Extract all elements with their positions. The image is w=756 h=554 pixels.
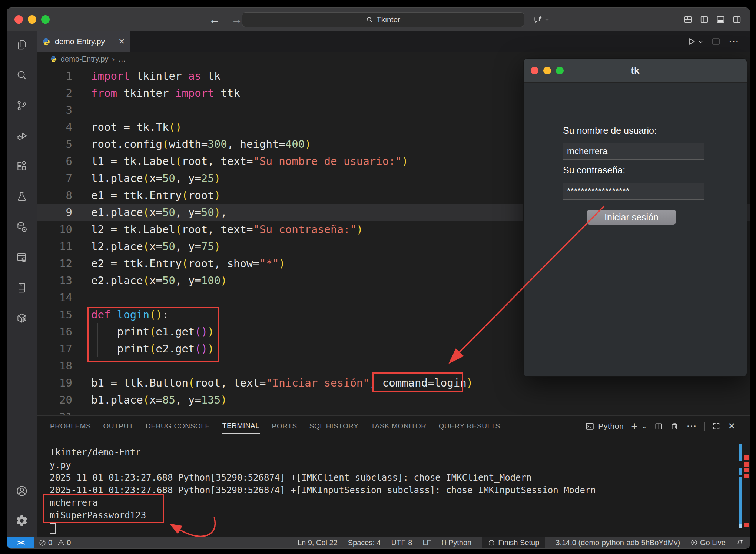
search-icon[interactable]	[16, 69, 28, 81]
extensions-icon[interactable]	[16, 160, 28, 172]
panel-tab-output[interactable]: OUTPUT	[103, 419, 133, 433]
package-icon[interactable]	[16, 312, 28, 324]
terminal-line-6: miSuperPassword123	[50, 509, 596, 522]
zoom-window-button[interactable]	[41, 15, 50, 24]
language-mode[interactable]: { } Python	[442, 538, 471, 547]
finish-setup-button[interactable]: Finish Setup	[482, 537, 545, 548]
line-number: 10	[37, 221, 74, 238]
code-text: def login():	[91, 306, 169, 323]
forward-button[interactable]: →	[231, 13, 242, 26]
code-text: from tkinter import ttk	[91, 84, 240, 102]
code-line-20[interactable]: 20b1.place(x=85, y=135)	[37, 391, 750, 408]
login-button[interactable]: Iniciar sesión	[587, 210, 676, 225]
terminal-profile-chevron-icon[interactable]: ⌄	[641, 422, 647, 430]
account-icon[interactable]	[16, 485, 28, 497]
code-text: b1 = ttk.Button(root, text="Iniciar sesi…	[91, 374, 473, 391]
breadcrumb-more[interactable]: …	[118, 55, 126, 63]
panel-tab-ports[interactable]: PORTS	[272, 419, 297, 433]
remote-indicator[interactable]: ><	[7, 537, 34, 548]
code-text: b1.place(x=85, y=135)	[91, 391, 227, 408]
panel-tab-task-monitor[interactable]: TASK MONITOR	[371, 419, 427, 433]
copilot-chat-button[interactable]	[533, 15, 550, 24]
cursor-position[interactable]: Ln 9, Col 22	[298, 538, 338, 547]
line-number: 3	[37, 102, 74, 119]
command-center-search[interactable]: Tkinter	[242, 12, 524, 27]
tk-body: Su nombre de usuario: mcherrera Su contr…	[524, 83, 747, 377]
chevron-down-icon[interactable]	[698, 39, 703, 44]
customize-layout-icon[interactable]	[683, 15, 693, 24]
line-number: 21	[37, 408, 74, 415]
panel-more-actions-icon[interactable]: ⋯	[686, 424, 697, 428]
notebook-icon[interactable]	[16, 282, 28, 294]
username-input[interactable]: mcherrera	[563, 143, 704, 160]
run-debug-icon[interactable]	[16, 130, 28, 142]
password-masked-value: ******************	[567, 186, 629, 196]
search-magnifier-icon	[366, 16, 373, 23]
braces-icon: { }	[442, 539, 446, 546]
notifications-bell[interactable]	[736, 539, 744, 547]
tab-demo-entry[interactable]: demo-Entry.py ✕	[37, 31, 130, 52]
database-run-icon[interactable]	[16, 221, 28, 233]
terminal-line-4: 2025-11-01 01:23:27.688 Python[35290:526…	[50, 484, 596, 497]
run-play-icon[interactable]	[687, 37, 696, 46]
terminal-line-1: Tkinter/demo-Entr	[50, 446, 596, 459]
panel-tab-problems[interactable]: PROBLEMS	[50, 419, 91, 433]
panel-tab-sql-history[interactable]: SQL HISTORY	[309, 419, 359, 433]
editor-more-actions-icon[interactable]: ⋯	[729, 40, 739, 43]
new-terminal-icon[interactable]: +	[631, 420, 638, 432]
chevron-down-icon	[544, 17, 550, 22]
activity-bar	[7, 31, 37, 537]
encoding[interactable]: UTF-8	[391, 538, 412, 547]
code-text: print(e2.get())	[91, 340, 214, 357]
minimize-window-button[interactable]	[28, 15, 36, 24]
expand-panel-icon[interactable]	[712, 422, 720, 430]
problems-status[interactable]: 0 0	[39, 538, 71, 547]
octoface-icon	[488, 539, 495, 546]
code-text: import tkinter as tk	[91, 67, 220, 84]
password-input[interactable]: ******************	[563, 183, 704, 200]
database-window-icon[interactable]	[16, 252, 28, 263]
terminal-profile-label[interactable]: Python	[598, 422, 624, 431]
error-icon	[39, 539, 46, 546]
panel-tab-debug-console[interactable]: DEBUG CONSOLE	[146, 419, 210, 433]
terminal-cursor	[50, 523, 56, 534]
code-text: e2 = ttk.Entry(root, show="*")	[91, 255, 285, 272]
terminal-output[interactable]: Tkinter/demo-Entry.py2025-11-01 01:23:27…	[37, 437, 750, 537]
breadcrumb-file[interactable]: demo-Entry.py	[61, 55, 109, 63]
toggle-sidebar-icon[interactable]	[700, 15, 709, 24]
panel-tab-query-results[interactable]: QUERY RESULTS	[439, 419, 500, 433]
code-text: e1.place(x=50, y=50),	[91, 204, 227, 221]
line-number: 15	[37, 306, 74, 323]
testing-icon[interactable]	[16, 191, 28, 203]
python-file-icon	[42, 37, 50, 46]
line-number: 6	[37, 153, 74, 170]
python-interpreter[interactable]: 3.14.0 (demo-python-adb-5hBoYdMv)	[556, 538, 680, 547]
tk-window-title: tk	[524, 65, 747, 76]
split-terminal-icon[interactable]	[654, 422, 663, 431]
tab-close-icon[interactable]: ✕	[118, 37, 125, 46]
code-line-21[interactable]: 21	[37, 408, 750, 415]
go-live-button[interactable]: Go Live	[690, 538, 726, 547]
toggle-panel-icon[interactable]	[716, 15, 725, 24]
code-text: root.config(width=300, height=400)	[91, 136, 311, 153]
close-panel-icon[interactable]: ✕	[728, 421, 736, 431]
code-text: l1 = tk.Label(root, text="Su nombre de u…	[91, 153, 408, 170]
username-value: mcherrera	[567, 146, 607, 156]
panel-tab-bar: PROBLEMSOUTPUTDEBUG CONSOLETERMINALPORTS…	[37, 416, 750, 437]
python-file-icon	[50, 56, 57, 63]
indentation[interactable]: Spaces: 4	[348, 538, 381, 547]
eol[interactable]: LF	[422, 538, 431, 547]
terminal-lines: Tkinter/demo-Entry.py2025-11-01 01:23:27…	[50, 446, 596, 534]
split-editor-icon[interactable]	[712, 37, 720, 46]
code-text: l2.place(x=50, y=75)	[91, 238, 220, 255]
settings-gear-icon[interactable]	[16, 514, 28, 527]
back-button[interactable]: ←	[209, 13, 220, 26]
explorer-icon[interactable]	[16, 39, 28, 51]
trash-icon[interactable]	[670, 422, 679, 431]
panel-tab-terminal[interactable]: TERMINAL	[222, 419, 260, 434]
close-window-button[interactable]	[14, 15, 23, 24]
line-number: 1	[37, 67, 74, 84]
line-number: 19	[37, 374, 74, 391]
toggle-secondary-sidebar-icon[interactable]	[732, 15, 742, 24]
source-control-icon[interactable]	[16, 100, 28, 112]
